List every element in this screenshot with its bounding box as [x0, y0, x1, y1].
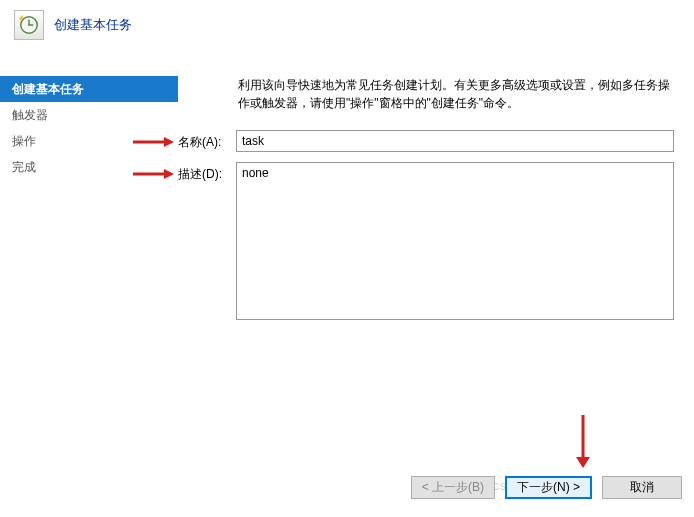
wizard-steps-sidebar: 创建基本任务 触发器 操作 完成 — [0, 50, 178, 430]
name-label: 名称(A): — [178, 130, 236, 151]
wizard-content: 创建基本任务 触发器 操作 完成 利用该向导快速地为常见任务创建计划。有关更多高… — [0, 50, 694, 430]
description-field-row: 描述(D): — [178, 162, 674, 320]
svg-marker-9 — [576, 457, 590, 468]
step-trigger[interactable]: 触发器 — [0, 102, 178, 128]
back-button: < 上一步(B) — [411, 476, 495, 499]
description-label: 描述(D): — [178, 162, 236, 183]
step-action[interactable]: 操作 — [0, 128, 178, 154]
step-finish[interactable]: 完成 — [0, 154, 178, 180]
wizard-header: 创建基本任务 — [0, 0, 694, 50]
wizard-main-panel: 利用该向导快速地为常见任务创建计划。有关更多高级选项或设置，例如多任务操作或触发… — [178, 50, 694, 430]
description-textarea[interactable] — [236, 162, 674, 320]
next-button[interactable]: 下一步(N) > — [505, 476, 592, 499]
name-field-row: 名称(A): — [178, 130, 674, 152]
cancel-button[interactable]: 取消 — [602, 476, 682, 499]
step-create-basic-task[interactable]: 创建基本任务 — [0, 76, 178, 102]
task-wizard-icon — [14, 10, 44, 40]
wizard-footer: < 上一步(B) 下一步(N) > 取消 — [411, 476, 682, 499]
wizard-intro-text: 利用该向导快速地为常见任务创建计划。有关更多高级选项或设置，例如多任务操作或触发… — [178, 76, 674, 112]
wizard-title: 创建基本任务 — [54, 16, 132, 34]
name-input[interactable] — [236, 130, 674, 152]
